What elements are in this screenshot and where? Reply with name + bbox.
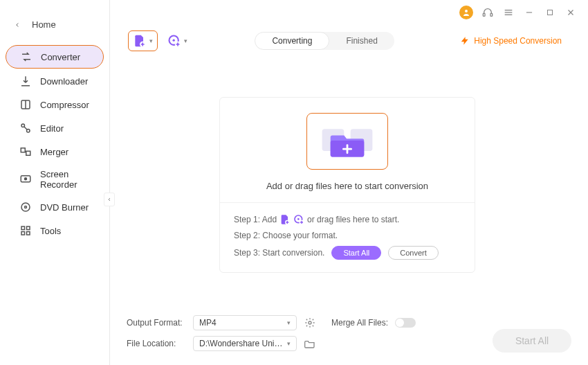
tab-finished[interactable]: Finished (329, 32, 394, 50)
start-all-label: Start All (515, 335, 549, 346)
sidebar-item-label: Screen Recorder (40, 169, 97, 190)
tab-converting[interactable]: Converting (255, 32, 329, 50)
step-2: Step 2: Choose your format. (234, 231, 461, 240)
add-file-button[interactable]: ▾ (128, 30, 158, 51)
steps-panel: Step 1: Add or drag files here to start.… (220, 202, 475, 272)
svg-rect-24 (27, 232, 30, 235)
add-file-icon (133, 34, 147, 48)
sidebar-item-converter[interactable]: Converter (6, 45, 104, 69)
compressor-icon (19, 98, 32, 111)
sidebar-item-editor[interactable]: Editor (6, 117, 104, 139)
svg-point-18 (25, 178, 27, 180)
svg-point-27 (173, 39, 175, 42)
sidebar-item-label: Merger (40, 147, 68, 157)
high-speed-conversion-button[interactable]: High Speed Conversion (452, 33, 570, 48)
output-format-select[interactable]: MP4 ▾ (193, 315, 297, 330)
add-file-icon[interactable] (279, 214, 291, 225)
open-folder-icon[interactable] (304, 337, 316, 350)
tab-converting-label: Converting (272, 36, 312, 46)
status-segment: Converting Finished (255, 32, 394, 50)
sidebar-item-merger[interactable]: Merger (6, 141, 104, 163)
step1-prefix: Step 1: Add (234, 215, 277, 224)
sidebar-item-tools[interactable]: Tools (6, 220, 104, 242)
sidebar-item-dvd-burner[interactable]: DVD Burner (6, 196, 104, 218)
start-all-mini-button[interactable]: Start All (331, 246, 381, 260)
merge-label: Merge All Files: (331, 318, 388, 328)
step1-suffix: or drag files here to start. (307, 215, 399, 224)
sidebar-item-label: Converter (41, 52, 80, 62)
file-location-value: D:\Wondershare UniConverter 1 (199, 339, 287, 348)
settings-icon[interactable] (304, 317, 316, 329)
output-format-value: MP4 (199, 318, 217, 328)
svg-point-20 (25, 206, 27, 208)
editor-icon (19, 122, 32, 134)
chevron-down-icon: ▾ (149, 37, 153, 44)
sidebar: Home Converter Downloader Compressor Edi… (0, 0, 110, 365)
chevron-down-icon: ▾ (184, 37, 187, 44)
svg-rect-15 (21, 148, 25, 152)
output-format-row: Output Format: MP4 ▾ Merge All Files: (127, 315, 571, 330)
sidebar-item-label: Compressor (40, 100, 89, 110)
chevron-left-icon (14, 21, 21, 28)
sidebar-item-compressor[interactable]: Compressor (6, 94, 104, 116)
file-location-select[interactable]: D:\Wondershare UniConverter 1 ▾ (193, 336, 297, 351)
chevron-down-icon: ▾ (287, 340, 291, 347)
svg-rect-21 (21, 226, 25, 230)
downloader-icon (19, 75, 32, 87)
sidebar-item-screen-recorder[interactable]: Screen Recorder (6, 164, 104, 195)
svg-point-37 (309, 321, 311, 324)
merge-all-toggle[interactable] (395, 318, 416, 328)
sidebar-item-label: DVD Burner (40, 202, 89, 213)
dvd-burner-icon (19, 201, 32, 213)
svg-rect-22 (27, 226, 30, 230)
tools-icon (19, 224, 32, 237)
high-speed-label: High Speed Conversion (474, 36, 562, 46)
toolbar: ▾ ▾ Converting Finished High Speed Conve… (128, 30, 570, 51)
convert-mini-button[interactable]: Convert (388, 246, 439, 260)
start-all-button[interactable]: Start All (493, 329, 571, 353)
bottom-bar: Output Format: MP4 ▾ Merge All Files: Fi… (127, 315, 571, 357)
step3-text: Step 3: Start conversion. (234, 248, 324, 258)
sidebar-item-downloader[interactable]: Downloader (6, 70, 104, 92)
dropzone-panel: Add or drag files here to start conversi… (219, 97, 475, 273)
chevron-down-icon: ▾ (287, 319, 291, 326)
back-home-row[interactable]: Home (0, 19, 109, 44)
main-panel: ▾ ▾ Converting Finished High Speed Conve… (110, 0, 588, 365)
svg-point-19 (21, 203, 30, 211)
screen-recorder-icon (19, 173, 32, 186)
add-dvd-icon (167, 34, 181, 48)
step-3: Step 3: Start conversion. Start All Conv… (234, 246, 461, 260)
tab-finished-label: Finished (346, 36, 377, 46)
merger-icon (19, 145, 32, 158)
sidebar-item-label: Editor (40, 123, 64, 134)
file-location-label: File Location: (127, 339, 186, 348)
step-1: Step 1: Add or drag files here to start. (234, 214, 461, 225)
drop-area[interactable] (306, 113, 388, 170)
svg-rect-16 (26, 151, 30, 155)
dropzone: Add or drag files here to start conversi… (220, 98, 475, 202)
sidebar-item-label: Tools (40, 226, 61, 236)
add-dvd-button[interactable]: ▾ (163, 31, 192, 51)
svg-line-14 (24, 127, 28, 130)
add-dvd-icon[interactable] (293, 214, 304, 225)
output-format-label: Output Format: (127, 318, 186, 328)
folder-add-icon (318, 120, 376, 163)
svg-rect-23 (21, 232, 25, 235)
home-label: Home (32, 19, 56, 30)
converter-icon (20, 51, 33, 63)
svg-point-35 (297, 218, 300, 220)
dropzone-text: Add or drag files here to start conversi… (266, 181, 428, 191)
lightning-icon (460, 36, 470, 46)
sidebar-item-label: Downloader (40, 76, 88, 87)
